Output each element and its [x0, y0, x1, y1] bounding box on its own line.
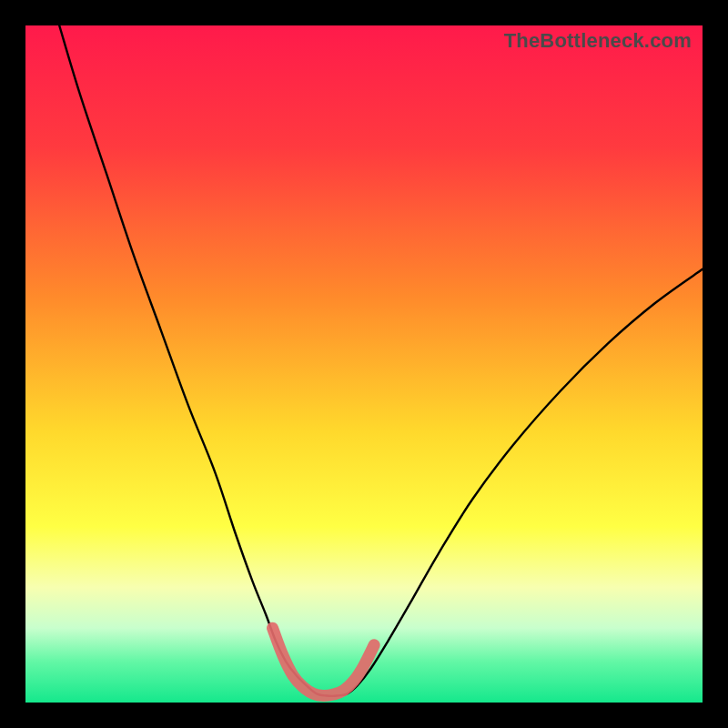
watermark-label: TheBottleneck.com: [504, 29, 692, 53]
chart-frame: TheBottleneck.com: [0, 0, 728, 728]
bottleneck-curve: [59, 25, 703, 696]
curve-layer: [25, 25, 703, 703]
plot-area: TheBottleneck.com: [25, 25, 703, 703]
valley-highlight: [273, 628, 375, 695]
